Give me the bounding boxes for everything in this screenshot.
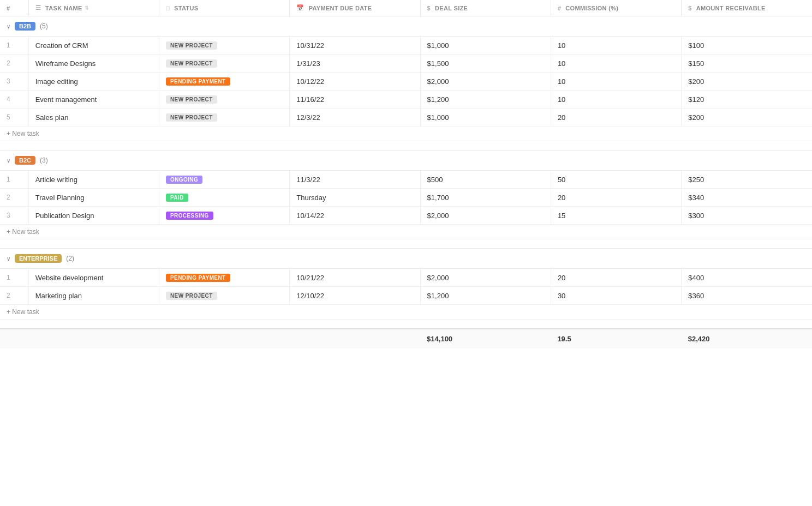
deal-cell: $1,700 <box>420 189 551 207</box>
task-name: Article writing <box>28 171 159 189</box>
chevron-b2b[interactable]: ∨ <box>7 23 10 29</box>
commission-cell: 30 <box>551 287 681 305</box>
status-badge: NEW PROJECT <box>166 95 217 104</box>
col-num-label: # <box>7 5 10 11</box>
status-badge: PENDING PAYMENT <box>166 274 230 282</box>
spacer-cell <box>0 239 812 249</box>
sort-icon: ⇅ <box>85 5 89 11</box>
status-cell: PROCESSING <box>159 207 290 225</box>
deal-cell: $1,200 <box>420 287 551 305</box>
commission-cell: 50 <box>551 171 681 189</box>
row-num: 1 <box>0 269 28 287</box>
status-badge: ONGOING <box>166 176 202 184</box>
deal-cell: $1,000 <box>420 109 551 126</box>
group-badge-b2b: B2B <box>15 22 35 31</box>
status-cell: PENDING PAYMENT <box>159 269 290 287</box>
new-task-row-b2c[interactable]: + New task <box>0 225 812 239</box>
row-num: 1 <box>0 37 28 55</box>
commission-cell: 20 <box>551 109 681 126</box>
date-cell: 10/12/22 <box>290 73 420 91</box>
row-num: 5 <box>0 109 28 126</box>
amount-cell: $360 <box>682 287 812 305</box>
status-badge: PROCESSING <box>166 212 213 220</box>
status-cell: NEW PROJECT <box>159 91 290 109</box>
commission-icon: # <box>558 5 561 11</box>
status-cell: PENDING PAYMENT <box>159 73 290 91</box>
commission-cell: 10 <box>551 73 681 91</box>
status-badge: NEW PROJECT <box>166 113 217 122</box>
footer-status <box>159 329 290 348</box>
spacer-row <box>0 141 812 150</box>
date-cell: 12/3/22 <box>290 109 420 126</box>
col-deal-label: DEAL SIZE <box>435 5 468 11</box>
footer-commission: 19.5 <box>551 329 681 348</box>
task-icon: ☰ <box>35 4 41 11</box>
table-row: 2Wireframe DesignsNEW PROJECT1/31/23$1,5… <box>0 55 812 73</box>
col-header-deal[interactable]: $ DEAL SIZE <box>420 0 551 16</box>
footer-deal: $14,100 <box>420 329 551 348</box>
spacer-row <box>0 239 812 249</box>
chevron-enterprise[interactable]: ∨ <box>7 256 10 262</box>
status-cell: PAID <box>159 189 290 207</box>
amount-cell: $200 <box>682 73 812 91</box>
col-amount-label: AMOUNT RECEIVABLE <box>696 5 766 11</box>
group-count-enterprise: (2) <box>66 255 74 262</box>
commission-cell: 20 <box>551 269 681 287</box>
date-cell: 12/10/22 <box>290 287 420 305</box>
group-header-enterprise[interactable]: ∨ENTERPRISE(2) <box>0 249 812 269</box>
row-num: 3 <box>0 207 28 225</box>
chevron-b2c[interactable]: ∨ <box>7 158 10 164</box>
col-header-status[interactable]: □ STATUS <box>159 0 290 16</box>
new-task-row-b2b[interactable]: + New task <box>0 126 812 141</box>
status-icon: □ <box>166 5 170 11</box>
row-num: 2 <box>0 55 28 73</box>
deal-cell: $500 <box>420 171 551 189</box>
task-name: Image editing <box>28 73 159 91</box>
group-header-b2b[interactable]: ∨B2B(5) <box>0 16 812 37</box>
status-badge: NEW PROJECT <box>166 59 217 68</box>
col-header-num: # <box>0 0 28 16</box>
task-name: Sales plan <box>28 109 159 126</box>
col-header-commission[interactable]: # COMMISSION (%) <box>551 0 681 16</box>
table-row: 1Creation of CRMNEW PROJECT10/31/22$1,00… <box>0 37 812 55</box>
col-status-label: STATUS <box>174 5 198 11</box>
new-task-label-b2b[interactable]: + New task <box>0 126 812 141</box>
amount-cell: $340 <box>682 189 812 207</box>
col-commission-label: COMMISSION (%) <box>565 5 618 11</box>
status-badge: PAID <box>166 194 188 202</box>
commission-cell: 20 <box>551 189 681 207</box>
spacer-cell <box>0 141 812 150</box>
table-row: 3Image editingPENDING PAYMENT10/12/22$2,… <box>0 73 812 91</box>
date-cell: 11/3/22 <box>290 171 420 189</box>
col-header-task[interactable]: ☰ TASK NAME ⇅ <box>28 0 159 16</box>
date-cell: 1/31/23 <box>290 55 420 73</box>
date-cell: 10/21/22 <box>290 269 420 287</box>
group-header-cell-b2c: ∨B2C(3) <box>0 150 812 171</box>
deal-cell: $2,000 <box>420 207 551 225</box>
amount-cell: $150 <box>682 55 812 73</box>
footer-task <box>28 329 159 348</box>
new-task-label-b2c[interactable]: + New task <box>0 225 812 239</box>
new-task-row-enterprise[interactable]: + New task <box>0 305 812 320</box>
col-header-date[interactable]: 📅 PAYMENT DUE DATE <box>290 0 420 16</box>
amount-cell: $120 <box>682 91 812 109</box>
status-cell: NEW PROJECT <box>159 109 290 126</box>
col-header-amount[interactable]: $ AMOUNT RECEIVABLE <box>682 0 812 16</box>
table-row: 1Article writingONGOING11/3/22$50050$250 <box>0 171 812 189</box>
table-row: 2Marketing planNEW PROJECT12/10/22$1,200… <box>0 287 812 305</box>
date-cell: Thursday <box>290 189 420 207</box>
row-num: 2 <box>0 287 28 305</box>
task-table: # ☰ TASK NAME ⇅ □ STATUS <box>0 0 812 348</box>
new-task-label-enterprise[interactable]: + New task <box>0 305 812 320</box>
group-count-b2b: (5) <box>40 22 48 30</box>
table-row: 3Publication DesignPROCESSING10/14/22$2,… <box>0 207 812 225</box>
group-header-b2c[interactable]: ∨B2C(3) <box>0 150 812 171</box>
amount-cell: $400 <box>682 269 812 287</box>
task-name: Website development <box>28 269 159 287</box>
amount-cell: $300 <box>682 207 812 225</box>
status-cell: NEW PROJECT <box>159 37 290 55</box>
row-num: 1 <box>0 171 28 189</box>
col-task-label: TASK NAME <box>45 5 82 11</box>
task-name: Creation of CRM <box>28 37 159 55</box>
task-name: Marketing plan <box>28 287 159 305</box>
